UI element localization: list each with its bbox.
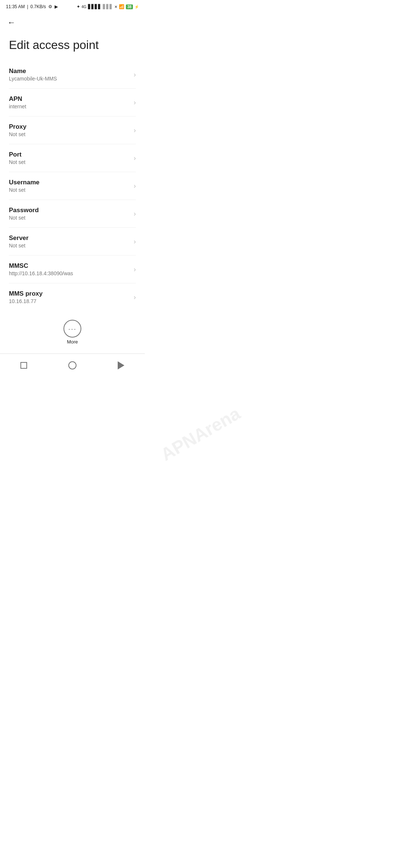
item-value: Not set	[9, 215, 131, 221]
settings-item-mmsc[interactable]: MMSChttp://10.16.18.4:38090/was›	[9, 256, 136, 283]
settings-item-server[interactable]: ServerNot set›	[9, 228, 136, 256]
settings-icon: ⚙	[48, 4, 52, 9]
item-value: Not set	[9, 131, 131, 137]
chevron-right-icon: ›	[134, 210, 136, 218]
bluetooth-icon: ✦	[76, 4, 80, 9]
battery-level: 38	[126, 4, 133, 9]
item-label: Server	[9, 234, 131, 242]
item-label: Proxy	[9, 123, 131, 131]
top-bar: ←	[0, 12, 145, 32]
settings-item-apn[interactable]: APNinternet›	[9, 89, 136, 116]
item-value: http://10.16.18.4:38090/was	[9, 270, 131, 276]
wifi-icon: 📶	[119, 4, 124, 9]
item-content: MMS proxy10.16.18.77	[9, 290, 131, 304]
item-content: PortNot set	[9, 151, 131, 165]
item-content: PasswordNot set	[9, 207, 131, 221]
back-nav-icon	[118, 361, 124, 369]
item-content: APNinternet	[9, 95, 131, 109]
more-label: More	[67, 339, 78, 345]
chevron-right-icon: ›	[134, 293, 136, 301]
back-nav-button[interactable]	[115, 358, 127, 372]
status-right: ✦ 4G ▋▋▋▋ ▋▋▋ ✕ 📶 38 ⚡	[76, 4, 139, 9]
item-value: Lycamobile-Uk-MMS	[9, 76, 131, 82]
item-content: ServerNot set	[9, 234, 131, 249]
recents-button[interactable]	[17, 359, 30, 372]
settings-item-password[interactable]: PasswordNot set›	[9, 200, 136, 228]
time: 11:35 AM	[6, 4, 25, 9]
battery-bolt-icon: ⚡	[134, 5, 139, 9]
camera-icon: ▶	[55, 4, 58, 9]
settings-item-name[interactable]: NameLycamobile-Uk-MMS›	[9, 61, 136, 89]
home-button[interactable]	[65, 358, 79, 372]
settings-item-mms-proxy[interactable]: MMS proxy10.16.18.77›	[9, 283, 136, 311]
item-content: MMSChttp://10.16.18.4:38090/was	[9, 262, 131, 276]
network-speed: 0.7KB/s	[30, 4, 46, 9]
item-label: APN	[9, 95, 131, 103]
signal-4g-icon: 4G	[82, 5, 87, 9]
back-arrow-icon: ←	[7, 18, 16, 27]
item-content: NameLycamobile-Uk-MMS	[9, 68, 131, 82]
chevron-right-icon: ›	[134, 71, 136, 79]
item-value: 10.16.18.77	[9, 298, 131, 304]
status-left: 11:35 AM | 0.7KB/s ⚙ ▶	[6, 4, 58, 9]
signal-bars-icon: ▋▋▋▋	[88, 4, 101, 9]
separator: |	[27, 4, 28, 9]
chevron-right-icon: ›	[134, 182, 136, 190]
item-value: Not set	[9, 243, 131, 249]
back-button[interactable]: ←	[6, 16, 17, 29]
status-bar: 11:35 AM | 0.7KB/s ⚙ ▶ ✦ 4G ▋▋▋▋ ▋▋▋ ✕ 📶…	[0, 0, 145, 12]
chevron-right-icon: ›	[134, 266, 136, 273]
item-label: Port	[9, 151, 131, 158]
item-label: Password	[9, 207, 131, 214]
item-value: internet	[9, 103, 131, 109]
item-label: MMS proxy	[9, 290, 131, 297]
item-value: Not set	[9, 187, 131, 193]
item-label: MMSC	[9, 262, 131, 270]
item-content: ProxyNot set	[9, 123, 131, 137]
home-icon	[68, 361, 76, 369]
recents-icon	[20, 362, 27, 369]
item-label: Name	[9, 68, 131, 75]
chevron-right-icon: ›	[134, 238, 136, 246]
settings-item-proxy[interactable]: ProxyNot set›	[9, 116, 136, 144]
settings-item-username[interactable]: UsernameNot set›	[9, 172, 136, 200]
more-section: ··· More	[0, 311, 145, 351]
settings-item-port[interactable]: PortNot set›	[9, 144, 136, 172]
item-value: Not set	[9, 159, 131, 165]
chevron-right-icon: ›	[134, 154, 136, 162]
chevron-right-icon: ›	[134, 126, 136, 134]
bottom-nav	[0, 354, 145, 380]
settings-list: NameLycamobile-Uk-MMS›APNinternet›ProxyN…	[0, 61, 145, 311]
chevron-right-icon: ›	[134, 99, 136, 106]
item-content: UsernameNot set	[9, 179, 131, 193]
page-title: Edit access point	[0, 32, 145, 61]
item-label: Username	[9, 179, 131, 186]
signal-bars2-icon: ▋▋▋	[103, 4, 113, 9]
signal-x-icon: ✕	[114, 5, 117, 9]
more-dots-icon: ···	[68, 325, 77, 333]
more-button[interactable]: ···	[63, 320, 81, 338]
